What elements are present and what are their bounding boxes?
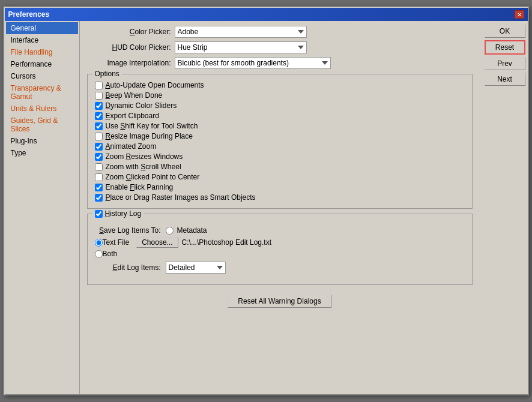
title-bar: Preferences ✕ bbox=[5, 8, 528, 21]
checkbox-beep: Beep When Done bbox=[95, 91, 465, 100]
checkbox-auto-update: Auto-Update Open Documents bbox=[95, 81, 465, 89]
choose-button[interactable]: Choose... bbox=[136, 237, 178, 248]
prev-button[interactable]: Prev bbox=[485, 57, 525, 70]
checkbox-enable-flick-input[interactable] bbox=[95, 184, 103, 191]
both-radio[interactable] bbox=[95, 250, 103, 258]
side-buttons: OK Reset Prev Next bbox=[480, 21, 528, 394]
checkbox-resize-image-label: Resize Image During Place bbox=[106, 132, 193, 140]
both-row: Both bbox=[95, 250, 465, 258]
checkbox-animated-zoom-label: Animated Zoom bbox=[106, 142, 157, 151]
image-interpolation-label: Image Interpolation: bbox=[87, 59, 171, 67]
sidebar-item-type[interactable]: Type bbox=[6, 147, 78, 159]
history-log-label: History Log bbox=[105, 209, 142, 218]
color-picker-row: Color Picker: Adobe Windows bbox=[87, 26, 473, 38]
checkbox-zoom-resizes-input[interactable] bbox=[95, 153, 103, 161]
hud-color-picker-select[interactable]: Hue Strip Hue Wheel (Small) Hue Wheel (M… bbox=[175, 41, 307, 53]
checkbox-resize-image: Resize Image During Place bbox=[95, 132, 465, 140]
file-path: C:\...\Photoshop Edit Log.txt bbox=[182, 238, 271, 247]
dialog-body: General Interface File Handling Performa… bbox=[5, 21, 528, 394]
checkbox-place-drag-input[interactable] bbox=[95, 194, 103, 202]
dialog-title: Preferences bbox=[8, 10, 50, 19]
checkbox-auto-update-input[interactable] bbox=[95, 82, 103, 89]
text-file-radio[interactable] bbox=[95, 239, 103, 247]
checkbox-export-clipboard-label: Export Clipboard bbox=[106, 112, 159, 120]
checkbox-zoom-scroll-input[interactable] bbox=[95, 163, 103, 171]
ok-button[interactable]: OK bbox=[485, 25, 525, 38]
metadata-label: Metadata bbox=[177, 226, 207, 235]
checkbox-zoom-clicked: Zoom Clicked Point to Center bbox=[95, 173, 465, 181]
next-button[interactable]: Next bbox=[485, 73, 525, 86]
image-interpolation-row: Image Interpolation: Bicubic (best for s… bbox=[87, 57, 473, 69]
options-group-label: Options bbox=[92, 70, 122, 78]
checkbox-shift-key-label: Use Shift Key for Tool Switch bbox=[106, 122, 198, 130]
history-log-group: History Log Save Log Items To: Metadata … bbox=[87, 214, 473, 285]
sidebar-item-performance[interactable]: Performance bbox=[6, 58, 78, 70]
checkbox-animated-zoom-input[interactable] bbox=[95, 143, 103, 151]
save-log-label: Save Log Items To: bbox=[95, 226, 161, 235]
checkbox-place-drag-label: Place or Drag Raster Images as Smart Obj… bbox=[106, 193, 256, 202]
sidebar-item-general[interactable]: General bbox=[6, 22, 78, 34]
checkbox-shift-key-input[interactable] bbox=[95, 122, 103, 130]
options-group: Options Auto-Update Open Documents Beep … bbox=[87, 74, 473, 209]
text-file-label: Text File bbox=[103, 238, 130, 247]
checkbox-dynamic-color-label: Dynamic Color Sliders bbox=[106, 101, 177, 110]
edit-log-select[interactable]: Sessions Only Concise Detailed bbox=[166, 262, 226, 274]
both-label: Both bbox=[103, 250, 118, 258]
history-log-checkbox[interactable] bbox=[95, 210, 103, 218]
reset-button[interactable]: Reset bbox=[485, 40, 525, 55]
checkbox-zoom-scroll: Zoom with Scroll Wheel bbox=[95, 163, 465, 171]
checkbox-dynamic-color: Dynamic Color Sliders bbox=[95, 101, 465, 110]
reset-warning-container: Reset All Warning Dialogs bbox=[87, 295, 473, 308]
hud-color-picker-row: HUD Color Picker: Hue Strip Hue Wheel (S… bbox=[87, 41, 473, 53]
edit-log-label: Edit Log Items: bbox=[95, 263, 161, 272]
checkbox-zoom-resizes: Zoom Resizes Windows bbox=[95, 152, 465, 161]
color-picker-label: Color Picker: bbox=[87, 28, 171, 36]
sidebar-item-guides-grid[interactable]: Guides, Grid & Slices bbox=[6, 115, 78, 135]
checkbox-zoom-clicked-input[interactable] bbox=[95, 173, 103, 181]
color-picker-select[interactable]: Adobe Windows bbox=[175, 26, 307, 38]
sidebar-item-interface[interactable]: Interface bbox=[6, 34, 78, 46]
checkbox-resize-image-input[interactable] bbox=[95, 133, 103, 140]
checkbox-enable-flick: Enable Flick Panning bbox=[95, 183, 465, 191]
preferences-dialog: Preferences ✕ General Interface File Han… bbox=[4, 7, 529, 395]
sidebar: General Interface File Handling Performa… bbox=[5, 21, 80, 394]
checkbox-enable-flick-label: Enable Flick Panning bbox=[106, 183, 174, 191]
checkbox-export-clipboard-input[interactable] bbox=[95, 112, 103, 120]
close-button[interactable]: ✕ bbox=[515, 10, 524, 19]
history-log-group-label: History Log bbox=[92, 209, 144, 218]
checkbox-shift-key: Use Shift Key for Tool Switch bbox=[95, 122, 465, 130]
sidebar-item-transparency[interactable]: Transparency & Gamut bbox=[6, 82, 78, 103]
sidebar-item-units-rulers[interactable]: Units & Rulers bbox=[6, 103, 78, 115]
checkbox-export-clipboard: Export Clipboard bbox=[95, 112, 465, 120]
sidebar-item-plug-ins[interactable]: Plug-Ins bbox=[6, 135, 78, 147]
checkbox-zoom-clicked-label: Zoom Clicked Point to Center bbox=[106, 173, 200, 181]
metadata-option: Metadata bbox=[166, 226, 207, 235]
checkbox-animated-zoom: Animated Zoom bbox=[95, 142, 465, 151]
checkbox-zoom-resizes-label: Zoom Resizes Windows bbox=[106, 152, 183, 161]
sidebar-item-file-handling[interactable]: File Handling bbox=[6, 46, 78, 58]
checkbox-place-drag: Place or Drag Raster Images as Smart Obj… bbox=[95, 193, 465, 202]
checkbox-beep-input[interactable] bbox=[95, 92, 103, 100]
sidebar-item-cursors[interactable]: Cursors bbox=[6, 70, 78, 82]
checkbox-dynamic-color-input[interactable] bbox=[95, 102, 103, 110]
checkbox-zoom-scroll-label: Zoom with Scroll Wheel bbox=[106, 163, 181, 171]
save-log-row: Save Log Items To: Metadata bbox=[95, 226, 465, 235]
hud-color-picker-label: HUD Color Picker: bbox=[87, 43, 171, 52]
checkbox-beep-label: Beep When Done bbox=[106, 91, 163, 100]
metadata-radio[interactable] bbox=[166, 227, 174, 235]
reset-warning-button[interactable]: Reset All Warning Dialogs bbox=[228, 295, 331, 308]
main-content: Color Picker: Adobe Windows HUD Color Pi… bbox=[80, 21, 480, 394]
edit-log-row: Edit Log Items: Sessions Only Concise De… bbox=[95, 262, 465, 274]
image-interpolation-select[interactable]: Bicubic (best for smooth gradients) Near… bbox=[175, 57, 331, 69]
text-file-row: Text File Choose... C:\...\Photoshop Edi… bbox=[95, 237, 465, 248]
checkbox-auto-update-label: Auto-Update Open Documents bbox=[106, 81, 204, 89]
